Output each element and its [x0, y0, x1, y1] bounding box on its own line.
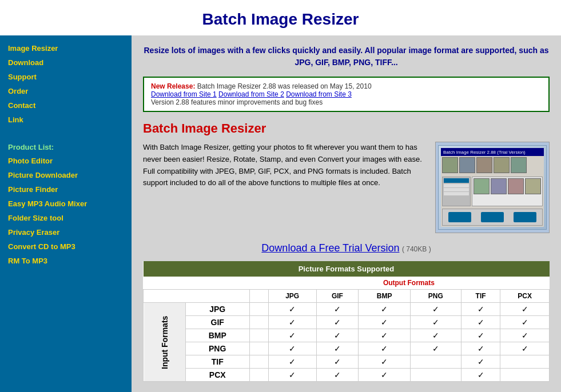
download-trial-link[interactable]: Download a Free Trial Version — [261, 242, 399, 254]
output-header: Output Formats — [144, 277, 550, 290]
product-title: Batch Image Resizer — [143, 121, 550, 136]
table-header: Picture Formats Supported — [144, 261, 550, 277]
page-title: Batch Image Resizer — [0, 0, 561, 35]
sidebar-item-picture-downloader[interactable]: Picture Downloader — [0, 168, 132, 182]
download-trial-section: Download a Free Trial Version ( 740KB ) — [143, 242, 550, 254]
sidebar-item-picture-finder[interactable]: Picture Finder — [0, 182, 132, 197]
product-list-label: Product List: — [0, 138, 132, 154]
table-title: Picture Formats Supported — [144, 261, 550, 277]
sidebar-item-link[interactable]: Link — [0, 113, 132, 127]
output-label: Output Formats — [268, 277, 549, 290]
sidebar-item-rm-to-mp3[interactable]: RM To MP3 — [0, 254, 132, 268]
col-headers: JPG GIF BMP PNG TIF PCX — [144, 290, 550, 303]
col-tif: TIF — [461, 290, 500, 303]
sidebar-product-nav: Photo Editor Picture Downloader Picture … — [0, 154, 132, 268]
table-row: Input Formats JPG ✓ ✓ ✓ ✓ ✓ ✓ — [144, 303, 550, 316]
col-jpg: JPG — [268, 290, 316, 303]
sidebar-main-nav: Image Resizer Download Support Order Con… — [0, 41, 132, 127]
sidebar-item-order[interactable]: Order — [0, 84, 132, 98]
release-box: New Release: Batch Image Resizer 2.88 wa… — [143, 77, 550, 112]
cell-jpg-tif: ✓ — [461, 303, 500, 316]
input-formats-label: Input Formats — [144, 303, 186, 382]
sidebar: Image Resizer Download Support Order Con… — [0, 35, 132, 392]
table-row: PCX ✓ ✓ ✓ ✓ — [144, 369, 550, 382]
new-release-label: New Release: — [151, 82, 195, 90]
row-tif-label: TIF — [185, 355, 249, 369]
download-site2-link[interactable]: Download from Site 2 — [218, 90, 284, 98]
sidebar-item-privacy-eraser[interactable]: Privacy Eraser — [0, 225, 132, 239]
col-pcx: PCX — [500, 290, 550, 303]
row-pcx-label: PCX — [185, 369, 249, 382]
col-png: PNG — [410, 290, 461, 303]
release-text: Batch Image Resizer 2.88 was released on… — [197, 82, 372, 90]
cell-jpg-gif: ✓ — [316, 303, 359, 316]
cell-jpg-pcx: ✓ — [500, 303, 550, 316]
col-gif: GIF — [316, 290, 359, 303]
product-screenshot: Batch Image Resizer 2.88 (Trial Version) — [435, 142, 550, 233]
cell-jpg-png: ✓ — [410, 303, 461, 316]
sidebar-item-contact[interactable]: Contact — [0, 98, 132, 113]
download-site3-link[interactable]: Download from Site 3 — [286, 90, 352, 98]
cell-jpg-bmp: ✓ — [359, 303, 411, 316]
tagline: Resize lots of images with a few clicks … — [143, 45, 550, 69]
sidebar-item-easy-mp3[interactable]: Easy MP3 Audio Mixer — [0, 197, 132, 211]
main-content: Resize lots of images with a few clicks … — [132, 35, 561, 392]
row-png-label: PNG — [185, 342, 249, 355]
sidebar-item-image-resizer[interactable]: Image Resizer — [0, 41, 132, 55]
row-jpg-label: JPG — [185, 303, 249, 316]
sidebar-item-folder-size[interactable]: Folder Size tool — [0, 211, 132, 225]
cell-jpg-jpg: ✓ — [268, 303, 316, 316]
sidebar-item-download[interactable]: Download — [0, 55, 132, 70]
sidebar-item-support[interactable]: Support — [0, 70, 132, 84]
col-bmp: BMP — [359, 290, 411, 303]
table-row: GIF ✓ ✓ ✓ ✓ ✓ ✓ — [144, 316, 550, 329]
download-size: ( 740KB ) — [402, 245, 431, 253]
version-note: Version 2.88 features minor improvements… — [151, 98, 542, 106]
product-description: With Batch Image Resizer, getting your p… — [143, 142, 426, 233]
sidebar-item-photo-editor[interactable]: Photo Editor — [0, 154, 132, 168]
content-area: With Batch Image Resizer, getting your p… — [143, 142, 550, 233]
table-row: BMP ✓ ✓ ✓ ✓ ✓ ✓ — [144, 329, 550, 342]
table-row: PNG ✓ ✓ ✓ ✓ ✓ ✓ — [144, 342, 550, 355]
sidebar-item-convert-cd[interactable]: Convert CD to MP3 — [0, 239, 132, 254]
download-site1-link[interactable]: Download from Site 1 — [151, 90, 217, 98]
table-row: TIF ✓ ✓ ✓ ✓ — [144, 355, 550, 369]
row-gif-label: GIF — [185, 316, 249, 329]
row-bmp-label: BMP — [185, 329, 249, 342]
formats-table: Picture Formats Supported Output Formats… — [143, 261, 550, 382]
